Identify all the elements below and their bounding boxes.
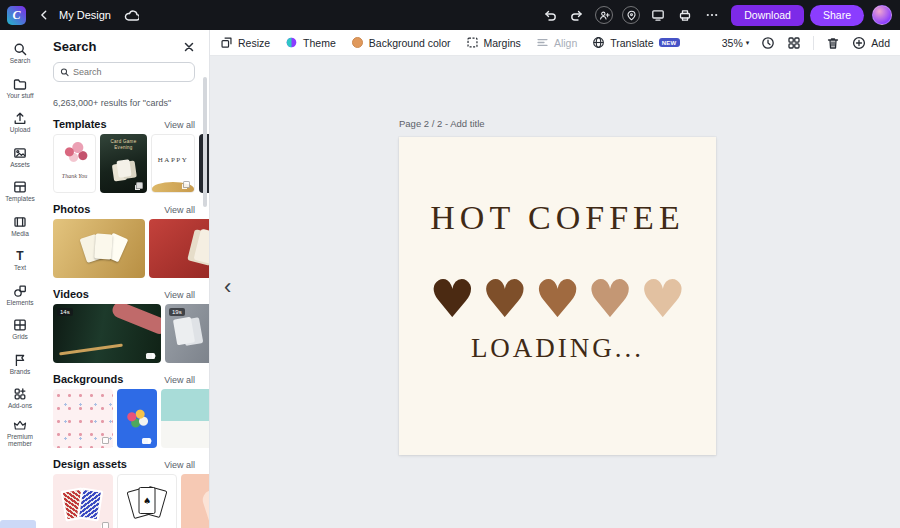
sidebar-item-templates[interactable]: Templates: [0, 174, 40, 209]
thumbnail-photo-hand-holding-cards[interactable]: [149, 219, 209, 278]
thumbnail-photo-fanned-cards[interactable]: [53, 219, 145, 278]
thumbnail-video-card-table[interactable]: 14s: [53, 304, 161, 363]
card-shape: ♠: [139, 487, 156, 514]
canva-logo-icon[interactable]: C: [7, 6, 26, 25]
view-all-templates-link[interactable]: View all: [164, 120, 195, 130]
translate-label: Translate: [610, 37, 653, 49]
thumbnail-asset-fanned-playing-cards[interactable]: ♠: [117, 474, 177, 528]
sidebar-item-your-stuff[interactable]: Your stuff: [0, 71, 40, 106]
panel-title: Search: [53, 39, 96, 54]
design-page[interactable]: HOT COFFEE ♥♥♥♥♥ LOADING...: [399, 137, 716, 455]
rail-bottom-promo[interactable]: [0, 520, 36, 528]
heart-icon[interactable]: ♥: [429, 273, 476, 325]
canvas-area[interactable]: Page 2 / 2 - Add title ‹ HOT COFFEE ♥♥♥♥…: [210, 56, 900, 528]
sidebar-item-grids[interactable]: Grids: [0, 312, 40, 347]
comments-button[interactable]: [622, 6, 640, 24]
thumbnail-video-cards-gray[interactable]: 19s: [165, 304, 209, 363]
heart-icon[interactable]: ♥: [482, 273, 529, 325]
resize-button[interactable]: Resize: [220, 36, 270, 49]
sidebar-item-upload[interactable]: Upload: [0, 105, 40, 140]
close-panel-button[interactable]: [183, 41, 195, 53]
sidebar-item-search[interactable]: Search: [0, 36, 40, 71]
share-button[interactable]: Share: [810, 5, 864, 26]
present-button[interactable]: [649, 6, 667, 24]
thumbnail-asset-card-backs[interactable]: [53, 474, 113, 528]
svg-text:T: T: [16, 249, 24, 263]
cloud-sync-icon[interactable]: [123, 6, 141, 24]
thumbnail-template-card-game-poster[interactable]: Card Game Evening: [100, 134, 147, 193]
canva-editor: C My Design: [0, 0, 900, 528]
print-button[interactable]: [676, 6, 694, 24]
thumbnail-template-floral-card[interactable]: Thank You: [53, 134, 96, 193]
thumbnail-asset-hand-illustration[interactable]: [181, 474, 209, 528]
pages-grid-view-button[interactable]: [787, 36, 801, 50]
add-page-button[interactable]: Add: [852, 36, 890, 50]
sidebar-item-label: Search: [10, 57, 31, 64]
user-avatar[interactable]: [872, 5, 892, 25]
section-header-videos: Videos View all: [53, 288, 195, 300]
sidebar-item-brands[interactable]: Brands: [0, 347, 40, 382]
resize-label: Resize: [238, 37, 270, 49]
videos-thumbnail-row: 14s 19s: [53, 304, 209, 363]
margins-label: Margins: [484, 37, 521, 49]
timer-button[interactable]: [761, 36, 775, 50]
more-options-button[interactable]: [703, 6, 721, 24]
sidebar-item-label: Media: [11, 230, 29, 237]
search-box[interactable]: [53, 62, 195, 82]
sidebar-rail: Search Your stuff Upload Assets Template…: [0, 30, 40, 528]
heart-icon[interactable]: ♥: [587, 273, 634, 325]
zoom-control[interactable]: 35% ▾: [722, 37, 750, 49]
sidebar-item-label: Grids: [12, 333, 28, 340]
grid-view-icon: [787, 36, 801, 50]
translate-button[interactable]: Translate NEW: [592, 36, 679, 49]
align-button[interactable]: Align: [536, 36, 577, 49]
search-panel: Search 6,263,000+ results for "cards" Te…: [40, 30, 210, 528]
sidebar-item-add-ons[interactable]: Add-ons: [0, 381, 40, 416]
top-bar: C My Design: [0, 0, 900, 30]
document-title[interactable]: My Design: [59, 9, 111, 21]
previous-page-button[interactable]: ‹: [224, 276, 231, 298]
thumbnail-background-pink-pattern[interactable]: [53, 389, 113, 448]
delete-page-button[interactable]: [826, 36, 840, 50]
margins-button[interactable]: Margins: [466, 36, 521, 49]
sidebar-item-media[interactable]: Media: [0, 209, 40, 244]
thumbnail-background-teal[interactable]: [161, 389, 209, 448]
shapes-icon: [13, 284, 27, 298]
card-title-text[interactable]: HOT COFFEE: [399, 199, 716, 237]
redo-button[interactable]: [568, 6, 586, 24]
view-all-videos-link[interactable]: View all: [164, 290, 195, 300]
section-header-design-assets: Design assets View all: [53, 458, 195, 470]
invite-members-button[interactable]: [595, 6, 613, 24]
section-header-backgrounds: Backgrounds View all: [53, 373, 195, 385]
sidebar-item-elements[interactable]: Elements: [0, 278, 40, 313]
background-color-button[interactable]: Background color: [351, 36, 451, 49]
heart-icon[interactable]: ♥: [534, 273, 581, 325]
upload-icon: [13, 111, 27, 125]
toolbar-divider: [813, 36, 814, 50]
thumbnail-background-blue-bouquet[interactable]: [117, 389, 157, 448]
align-icon: [536, 36, 549, 49]
context-toolbar: Resize Theme Background color Margins Al…: [210, 30, 900, 56]
back-button[interactable]: [35, 6, 53, 24]
undo-button[interactable]: [541, 6, 559, 24]
zoom-value: 35%: [722, 37, 743, 49]
heart-icon[interactable]: ♥: [639, 273, 686, 325]
spade-icon: ♠: [143, 496, 151, 506]
card-shape: [103, 233, 129, 263]
panel-scrollbar[interactable]: [203, 77, 207, 207]
thumbnail-template-happy-card[interactable]: HAPPY: [151, 134, 195, 193]
sidebar-item-assets[interactable]: Assets: [0, 140, 40, 175]
plus-circle-icon: [852, 36, 866, 50]
theme-button[interactable]: Theme: [285, 36, 336, 49]
sidebar-item-text[interactable]: T Text: [0, 243, 40, 278]
multipage-badge-icon: [183, 181, 190, 188]
download-button[interactable]: Download: [731, 5, 804, 26]
view-all-photos-link[interactable]: View all: [164, 205, 195, 215]
view-all-backgrounds-link[interactable]: View all: [164, 375, 195, 385]
sidebar-item-premium-member[interactable]: Premium member: [0, 416, 40, 451]
card-loading-text[interactable]: LOADING...: [399, 333, 716, 364]
sidebar-item-label: Assets: [10, 161, 30, 168]
search-input[interactable]: [73, 67, 188, 77]
page-label[interactable]: Page 2 / 2 - Add title: [399, 118, 485, 129]
view-all-design-assets-link[interactable]: View all: [164, 460, 195, 470]
